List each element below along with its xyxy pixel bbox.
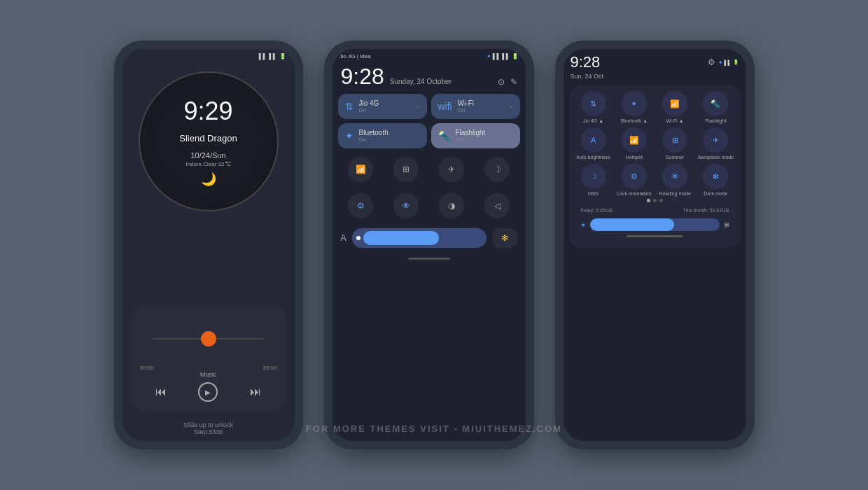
tile-hotspot-label: Hotspot [626, 155, 643, 160]
phone2-status-icons: ✦ ▌▌ ▌▌ 🔋 [486, 53, 519, 59]
phone1-music-player: 30:00 30:00 Music ⏮ ▶ ⏭ [132, 306, 286, 410]
tile-jio-label: Jio 4G ▲ [583, 118, 603, 123]
brightness-fill [363, 231, 439, 245]
wifi-small-icon: 📶 [356, 164, 366, 174]
tile-airplane[interactable]: ✈ Aeroplane mode [696, 127, 734, 160]
bt-icon3: ✦ [631, 99, 637, 108]
tile-flash-label: Flashlight [705, 118, 726, 123]
tile-dark-label: Dark mode [704, 191, 727, 196]
phone2-tiles-grid: ⇅ Jio 4G On ▸ wifi Wi-Fi On [332, 91, 526, 151]
phone3-controls: 9:28 ⚙ ✦ ▌▌ 🔋 Sun, 24 Oct [555, 41, 755, 449]
tile-reading[interactable]: 👁 Reading mode [656, 164, 694, 196]
tile-lockorient-label: Lock orientation [617, 191, 651, 196]
phone2-time-area: 9:28 Sunday, 24 October [341, 64, 451, 90]
tile-wifi2[interactable]: 📶 Wi-Fi ▲ [656, 91, 694, 123]
tile-scanner-label: Scanner [666, 155, 684, 160]
tile-arrow-icon: ▸ [417, 104, 420, 110]
tile-jio4g[interactable]: ⇅ Jio 4G On ▸ [338, 94, 427, 119]
tile-autobright[interactable]: A Auto brightness [575, 127, 612, 160]
volume-bar [626, 235, 682, 237]
play-button[interactable]: ▶ [198, 382, 218, 402]
brightness-slider[interactable] [352, 228, 486, 248]
battery-icon: 🔋 [512, 53, 519, 59]
lockorient-circle: ⚙ [622, 164, 647, 189]
tile-jio-text: Jio 4G On [359, 99, 379, 113]
edit-icon[interactable]: ✎ [510, 77, 517, 87]
signal-icon: ▌▌ [259, 53, 267, 59]
phone1-statusbar: ▌▌ ▌▌ 🔋 [122, 49, 295, 61]
jio-icon: ⇅ [345, 101, 354, 112]
tile-scanner[interactable]: ⊞ Scanner [656, 127, 694, 160]
data-month: This month: 50.67GB [682, 208, 729, 213]
tile-wifi-label: Wi-Fi ▲ [666, 118, 684, 123]
signal-icon: ▌▌ [493, 53, 500, 59]
phone2-icon-row1: 📶 ⊞ ✈ ☽ [332, 151, 526, 188]
phone3-date: Sun, 24 Oct [564, 73, 746, 83]
wifi-circle-btn[interactable]: 📶 [348, 157, 373, 182]
airplane-icon: ✈ [448, 164, 455, 174]
tile-flashlight[interactable]: 🔦 Flashlight Off [431, 123, 520, 148]
scan-circle-btn[interactable]: ⊞ [393, 157, 419, 182]
phone1-track-times: 30:00 30:00 [140, 365, 277, 371]
dot2 [653, 199, 657, 202]
hotspot-icon: 📶 [629, 136, 639, 145]
location-circle-btn[interactable]: ◁ [484, 193, 510, 218]
brightness-fill2 [590, 218, 674, 231]
dot1 [647, 199, 650, 202]
battery-icon: 🔋 [279, 53, 286, 59]
gear-icon[interactable]: ⚙ [708, 57, 715, 67]
phone1-lockscreen: ▌▌ ▌▌ 🔋 9:29 Sliend Dragon [114, 41, 303, 449]
reading-circle: 👁 [662, 164, 687, 189]
tile-reading-label: Reading mode [659, 191, 691, 196]
brightness-sun-icon: ✻ [724, 221, 729, 229]
phone3-brightness-bar[interactable] [590, 218, 720, 231]
tile-dnd[interactable]: ☽ DND [575, 164, 612, 196]
contrast-icon: ◑ [448, 201, 455, 211]
airplane-circle-btn[interactable]: ✈ [439, 157, 464, 182]
settings-icon[interactable]: ⊙ [498, 77, 505, 87]
reading-icon: 👁 [671, 172, 679, 181]
phone1-date: 10/24/Sun [190, 151, 225, 160]
phone1-clock: 9:29 Sliend Dragon 10/24/Sun Indore Clea… [139, 71, 279, 211]
tile-bt2[interactable]: ✦ Bluetooth ▲ [615, 91, 653, 123]
next-button[interactable]: ⏭ [250, 386, 261, 398]
jio-circle: ⇅ [581, 91, 606, 116]
phone1-track-dot[interactable] [201, 331, 216, 346]
eye-icon: 👁 [402, 201, 410, 211]
moon-circle-btn[interactable]: ☽ [484, 157, 510, 182]
bluetooth-icon: ✦ [345, 130, 354, 141]
auto-brightness-btn[interactable]: ✻ [492, 228, 517, 248]
phone2-statusbar: Jio 4G | Idea ✦ ▌▌ ▌▌ 🔋 [332, 49, 526, 61]
phone3-page-dots [575, 199, 735, 202]
phone3-row2: A Auto brightness 📶 Hotspot [575, 127, 735, 160]
autobright-icon: A [591, 136, 596, 144]
phone3-controls-panel: ⇅ Jio 4G ▲ ✦ Bluetooth ▲ 📶 [569, 85, 741, 247]
phone3-time: 9:28 [570, 53, 601, 71]
tile-lockorient[interactable]: ⚙ Lock orientation [615, 164, 653, 196]
brightness-star-icon: ✶ [580, 221, 586, 229]
tile-dark[interactable]: ✻ Dark mode [696, 164, 734, 196]
eye-circle-btn[interactable]: 👁 [393, 193, 419, 218]
tile-jio[interactable]: ⇅ Jio 4G ▲ [575, 91, 612, 123]
phone2-date: Sunday, 24 October [390, 78, 451, 85]
tile-arrow2-icon: ▸ [510, 104, 513, 110]
scanner-circle: ⊞ [662, 127, 687, 153]
prev-button[interactable]: ⏮ [155, 386, 167, 398]
wifi-icon: wifi [438, 101, 452, 112]
tile-airplane-label: Aeroplane mode [698, 155, 734, 160]
tile-wifi[interactable]: wifi Wi-Fi On ▸ [431, 94, 520, 119]
jio-icon2: ⇅ [590, 99, 596, 108]
signal3-icon: ▌▌ [724, 60, 732, 65]
dark-icon: ✻ [713, 172, 719, 181]
tile-hotspot[interactable]: 📶 Hotspot [615, 127, 653, 160]
tile-flash-text: Flashlight Off [456, 129, 486, 143]
contrast-circle-btn[interactable]: ◑ [439, 193, 464, 218]
lock-circle-btn[interactable]: ⚙ [348, 193, 373, 218]
tile-flash2[interactable]: 🔦 Flashlight [696, 91, 734, 123]
lock-icon: ⚙ [357, 201, 365, 211]
phone3-brightness-row: ✶ ✻ [575, 216, 735, 234]
tile-bluetooth[interactable]: ✦ Bluetooth On [338, 123, 427, 148]
tile-dnd-label: DND [588, 191, 598, 196]
phone2-nav-indicator [332, 252, 526, 265]
airplane-icon2: ✈ [713, 136, 719, 145]
